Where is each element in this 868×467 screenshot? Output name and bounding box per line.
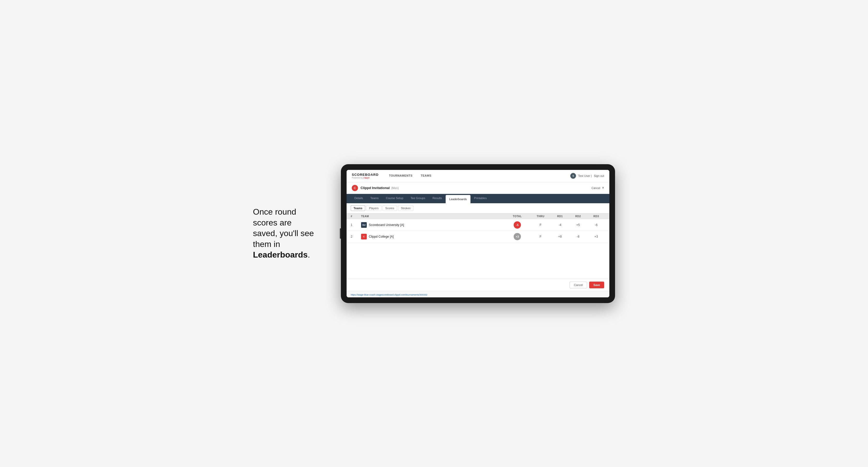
tournament-name: Clippd Invitational [361, 186, 390, 190]
col-total: TOTAL [504, 215, 530, 218]
col-rd3: RD3 [587, 215, 605, 218]
sub-tab-scores[interactable]: Scores [382, 205, 397, 211]
desc-line5-bold: Leaderboards [253, 250, 308, 259]
user-name: Test User | [578, 174, 591, 177]
thru-2: F [530, 235, 551, 239]
rd1-1: -4 [551, 223, 569, 227]
left-description: Once round scores are saved, you'll see … [253, 207, 326, 260]
tab-details[interactable]: Details [351, 194, 367, 203]
table-header: # TEAM TOTAL THRU RD1 RD2 RD3 [347, 213, 609, 219]
col-rank: # [351, 215, 361, 218]
team-cell-1: SU Scoreboard University [A] [361, 222, 504, 228]
desc-line2: scores are [253, 218, 291, 227]
score-badge-2: +3 [514, 233, 521, 240]
footer-bar: Cancel Save [347, 279, 609, 291]
tournament-header: C Clippd Invitational (Men) Cancel ✕ [347, 182, 609, 194]
team-logo-2: C [361, 234, 367, 240]
table-row: 2 C Clippd College [A] +3 F +8 -8 +3 [347, 231, 609, 243]
tab-tee-groups[interactable]: Tee Groups [407, 194, 429, 203]
tournament-type: (Men) [391, 186, 399, 190]
sign-out-link[interactable]: Sign out [594, 174, 604, 177]
col-thru: THRU [530, 215, 551, 218]
col-rd2: RD2 [569, 215, 587, 218]
page-wrapper: Once round scores are saved, you'll see … [253, 164, 615, 303]
top-nav: SCOREBOARD Powered by clippd TOURNAMENTS… [347, 170, 609, 182]
logo-powered: Powered by clippd [352, 177, 379, 179]
nav-links: TOURNAMENTS TEAMS [385, 170, 570, 182]
logo-scoreboard: SCOREBOARD [352, 173, 379, 177]
nav-right: S Test User | Sign out [570, 173, 604, 179]
rd1-2: +8 [551, 235, 569, 239]
sub-tab-players[interactable]: Players [366, 205, 381, 211]
sub-tab-teams[interactable]: Teams [351, 205, 365, 211]
team-logo-1: SU [361, 222, 367, 228]
total-cell-1: -5 [504, 221, 530, 228]
close-icon: ✕ [602, 186, 604, 190]
tab-leaderboards[interactable]: Leaderboards [446, 195, 470, 203]
tab-course-setup[interactable]: Course Setup [382, 194, 407, 203]
desc-line4: them in [253, 240, 280, 249]
tab-bar: Details Teams Course Setup Tee Groups Re… [347, 194, 609, 203]
tablet-side-button [340, 228, 341, 239]
col-rd1: RD1 [551, 215, 569, 218]
team-cell-2: C Clippd College [A] [361, 234, 504, 240]
tab-results[interactable]: Results [429, 194, 446, 203]
cancel-header-label: Cancel [591, 186, 600, 190]
total-cell-2: +3 [504, 233, 530, 240]
nav-teams[interactable]: TEAMS [417, 170, 436, 182]
desc-line3: saved, you'll see [253, 228, 314, 238]
status-url: https://stage-blue-coach.stagescoreboard… [351, 293, 427, 296]
cancel-header-button[interactable]: Cancel ✕ [591, 186, 604, 190]
rd2-2: -8 [569, 235, 587, 239]
team-name-1: Scoreboard University [A] [369, 223, 404, 227]
rd3-1: -6 [587, 223, 605, 227]
rank-2: 2 [351, 235, 361, 239]
score-badge-1: -5 [514, 221, 521, 228]
leaderboard-table: # TEAM TOTAL THRU RD1 RD2 RD3 1 SU Score… [347, 213, 609, 243]
thru-1: F [530, 223, 551, 227]
team-name-2: Clippd College [A] [369, 235, 394, 239]
user-avatar: S [570, 173, 576, 179]
rd3-2: +3 [587, 235, 605, 239]
rd2-1: +5 [569, 223, 587, 227]
rank-1: 1 [351, 223, 361, 227]
desc-period: . [308, 250, 310, 259]
status-bar: https://stage-blue-coach.stagescoreboard… [347, 291, 609, 298]
tournament-logo: C [352, 185, 358, 191]
col-team: TEAM [361, 215, 504, 218]
table-row: 1 SU Scoreboard University [A] -5 F -4 +… [347, 219, 609, 231]
tablet-device: SCOREBOARD Powered by clippd TOURNAMENTS… [341, 164, 615, 303]
logo-area: SCOREBOARD Powered by clippd [352, 173, 379, 179]
tablet-screen: SCOREBOARD Powered by clippd TOURNAMENTS… [347, 170, 609, 298]
desc-line1: Once round [253, 207, 296, 216]
tab-printables[interactable]: Printables [470, 194, 490, 203]
sub-tab-strokes[interactable]: Strokes [398, 205, 413, 211]
save-button[interactable]: Save [589, 282, 604, 288]
cancel-button[interactable]: Cancel [569, 282, 587, 288]
nav-tournaments[interactable]: TOURNAMENTS [385, 170, 417, 182]
clippd-brand: clippd [363, 177, 369, 179]
tab-teams[interactable]: Teams [367, 194, 382, 203]
scroll-area [347, 243, 609, 279]
sub-tab-bar: Teams Players Scores Strokes [347, 203, 609, 213]
